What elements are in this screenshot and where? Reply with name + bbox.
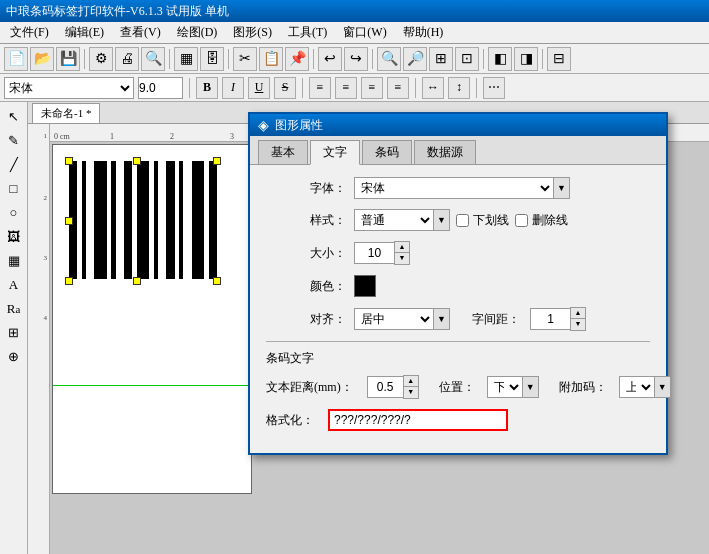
tab-text[interactable]: 文字: [310, 140, 360, 165]
print-button[interactable]: 🖨: [115, 47, 139, 71]
align-row: 对齐： 居中 ▼ 字间距： ▲: [266, 307, 650, 331]
vartext-tool[interactable]: Ra: [3, 298, 25, 320]
sep2: [169, 49, 170, 69]
align-combo-select[interactable]: 居中: [354, 308, 434, 330]
font-size-input[interactable]: [138, 77, 183, 99]
align-center-text-button[interactable]: ≡: [335, 77, 357, 99]
table-tool[interactable]: ⊞: [3, 322, 25, 344]
line-spacing-button[interactable]: ↕: [448, 77, 470, 99]
handle-bm[interactable]: [133, 277, 141, 285]
font-combo: 宋体 ▼: [354, 177, 570, 199]
text2-tool[interactable]: A: [3, 274, 25, 296]
paste-button[interactable]: 📌: [285, 47, 309, 71]
spacing-button[interactable]: ↔: [422, 77, 444, 99]
misc1-button[interactable]: ⊟: [547, 47, 571, 71]
menu-bar: 文件(F) 编辑(E) 查看(V) 绘图(D) 图形(S) 工具(T) 窗口(W…: [0, 22, 709, 44]
menu-tools[interactable]: 工具(T): [282, 22, 333, 43]
spacing-spin-down[interactable]: ▼: [571, 319, 585, 330]
size-spin-down[interactable]: ▼: [395, 253, 409, 264]
dialog-title-bar[interactable]: ◈ 图形属性: [250, 114, 666, 136]
addon-select[interactable]: 上: [619, 376, 655, 398]
spacing-input[interactable]: [530, 308, 570, 330]
menu-help[interactable]: 帮助(H): [397, 22, 450, 43]
ruler-h-tick-2: 2: [170, 132, 174, 141]
zoom-out-button[interactable]: 🔎: [403, 47, 427, 71]
barcode-tool[interactable]: ▦: [3, 250, 25, 272]
text-distance-spinner: ▲ ▼: [367, 375, 419, 399]
ellipse-tool[interactable]: ○: [3, 202, 25, 224]
handle-tr[interactable]: [213, 157, 221, 165]
color-picker[interactable]: [354, 275, 376, 297]
canvas-area[interactable]: 未命名-1 * 0 cm 1 2 3 4 5 6 1 2 3 4: [28, 102, 709, 554]
zoom-100-button[interactable]: ⊡: [455, 47, 479, 71]
barcode-button[interactable]: ▦: [174, 47, 198, 71]
tab-datasource[interactable]: 数据源: [414, 140, 476, 164]
menu-draw[interactable]: 绘图(D): [171, 22, 224, 43]
handle-ml[interactable]: [65, 217, 73, 225]
menu-view[interactable]: 查看(V): [114, 22, 167, 43]
position-dropdown-btn[interactable]: ▼: [523, 376, 539, 398]
position-select[interactable]: 下: [487, 376, 523, 398]
redo-button[interactable]: ↪: [344, 47, 368, 71]
handle-tm[interactable]: [133, 157, 141, 165]
align-left-button[interactable]: ◧: [488, 47, 512, 71]
align-field-control: 居中 ▼ 字间距： ▲ ▼: [354, 307, 650, 331]
text-dist-spin-down[interactable]: ▼: [404, 387, 418, 398]
format-input[interactable]: [328, 409, 508, 431]
handle-br[interactable]: [213, 277, 221, 285]
ruler-v-tick-0: 1: [44, 132, 48, 140]
menu-window[interactable]: 窗口(W): [337, 22, 392, 43]
font-dropdown-btn[interactable]: ▼: [554, 177, 570, 199]
text-distance-input[interactable]: [367, 376, 403, 398]
image-tool[interactable]: 🖼: [3, 226, 25, 248]
menu-file[interactable]: 文件(F): [4, 22, 55, 43]
menu-shape[interactable]: 图形(S): [227, 22, 278, 43]
bold-button[interactable]: B: [196, 77, 218, 99]
style-dropdown-btn[interactable]: ▼: [434, 209, 450, 231]
align-right-text-button[interactable]: ≡: [361, 77, 383, 99]
size-spin-btns: ▲ ▼: [394, 241, 410, 265]
strikethrough-button[interactable]: S: [274, 77, 296, 99]
rect-tool[interactable]: □: [3, 178, 25, 200]
size-input[interactable]: [354, 242, 394, 264]
undo-button[interactable]: ↩: [318, 47, 342, 71]
open-button[interactable]: 📂: [30, 47, 54, 71]
zoom-tool[interactable]: ⊕: [3, 346, 25, 368]
barcode-element[interactable]: [68, 160, 218, 280]
align-right-button[interactable]: ◨: [514, 47, 538, 71]
tab-barcode[interactable]: 条码: [362, 140, 412, 164]
font-combo-select[interactable]: 宋体: [354, 177, 554, 199]
handle-tl[interactable]: [65, 157, 73, 165]
underline-button[interactable]: U: [248, 77, 270, 99]
size-spin-up[interactable]: ▲: [395, 242, 409, 253]
copy-button[interactable]: 📋: [259, 47, 283, 71]
save-button[interactable]: 💾: [56, 47, 80, 71]
text-dist-spin-up[interactable]: ▲: [404, 376, 418, 387]
settings-button[interactable]: ⚙: [89, 47, 113, 71]
menu-edit[interactable]: 编辑(E): [59, 22, 110, 43]
align-justify-text-button[interactable]: ≡: [387, 77, 409, 99]
select-tool[interactable]: ↖: [3, 106, 25, 128]
spacing-spin-up[interactable]: ▲: [571, 308, 585, 319]
database-button[interactable]: 🗄: [200, 47, 224, 71]
strikethrough-checkbox[interactable]: [515, 214, 528, 227]
cut-button[interactable]: ✂: [233, 47, 257, 71]
new-button[interactable]: 📄: [4, 47, 28, 71]
document-tab[interactable]: 未命名-1 *: [32, 103, 100, 123]
style-field-control: 普通 ▼ 下划线 删除线: [354, 209, 650, 231]
align-dropdown-btn[interactable]: ▼: [434, 308, 450, 330]
addon-dropdown-btn[interactable]: ▼: [655, 376, 671, 398]
style-combo-select[interactable]: 普通: [354, 209, 434, 231]
zoom-fit-button[interactable]: ⊞: [429, 47, 453, 71]
tab-basic[interactable]: 基本: [258, 140, 308, 164]
line-tool[interactable]: ╱: [3, 154, 25, 176]
more-button[interactable]: ⋯: [483, 77, 505, 99]
text-tool[interactable]: ✎: [3, 130, 25, 152]
italic-button[interactable]: I: [222, 77, 244, 99]
align-left-text-button[interactable]: ≡: [309, 77, 331, 99]
handle-bl[interactable]: [65, 277, 73, 285]
preview-button[interactable]: 🔍: [141, 47, 165, 71]
font-select[interactable]: 宋体: [4, 77, 134, 99]
underline-checkbox[interactable]: [456, 214, 469, 227]
zoom-in-button[interactable]: 🔍: [377, 47, 401, 71]
